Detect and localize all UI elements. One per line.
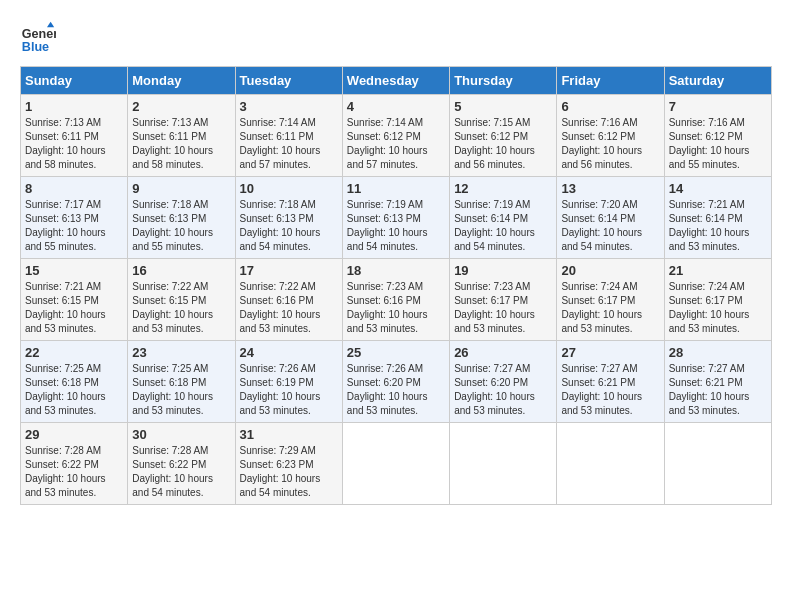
day-info: Sunrise: 7:26 AMSunset: 6:20 PMDaylight:… xyxy=(347,362,445,418)
calendar-cell: 27 Sunrise: 7:27 AMSunset: 6:21 PMDaylig… xyxy=(557,341,664,423)
calendar-cell: 28 Sunrise: 7:27 AMSunset: 6:21 PMDaylig… xyxy=(664,341,771,423)
day-info: Sunrise: 7:18 AMSunset: 6:13 PMDaylight:… xyxy=(240,198,338,254)
day-info: Sunrise: 7:26 AMSunset: 6:19 PMDaylight:… xyxy=(240,362,338,418)
day-number: 18 xyxy=(347,263,445,278)
calendar-cell: 8 Sunrise: 7:17 AMSunset: 6:13 PMDayligh… xyxy=(21,177,128,259)
day-number: 11 xyxy=(347,181,445,196)
day-number: 2 xyxy=(132,99,230,114)
calendar-cell: 9 Sunrise: 7:18 AMSunset: 6:13 PMDayligh… xyxy=(128,177,235,259)
calendar-cell: 26 Sunrise: 7:27 AMSunset: 6:20 PMDaylig… xyxy=(450,341,557,423)
day-info: Sunrise: 7:21 AMSunset: 6:14 PMDaylight:… xyxy=(669,198,767,254)
weekday-header-saturday: Saturday xyxy=(664,67,771,95)
day-number: 27 xyxy=(561,345,659,360)
calendar-cell: 23 Sunrise: 7:25 AMSunset: 6:18 PMDaylig… xyxy=(128,341,235,423)
calendar-cell: 4 Sunrise: 7:14 AMSunset: 6:12 PMDayligh… xyxy=(342,95,449,177)
day-info: Sunrise: 7:25 AMSunset: 6:18 PMDaylight:… xyxy=(132,362,230,418)
day-number: 22 xyxy=(25,345,123,360)
day-number: 12 xyxy=(454,181,552,196)
weekday-header-tuesday: Tuesday xyxy=(235,67,342,95)
day-info: Sunrise: 7:13 AMSunset: 6:11 PMDaylight:… xyxy=(132,116,230,172)
weekday-header-thursday: Thursday xyxy=(450,67,557,95)
calendar-cell: 10 Sunrise: 7:18 AMSunset: 6:13 PMDaylig… xyxy=(235,177,342,259)
day-info: Sunrise: 7:16 AMSunset: 6:12 PMDaylight:… xyxy=(561,116,659,172)
weekday-header-row: SundayMondayTuesdayWednesdayThursdayFrid… xyxy=(21,67,772,95)
calendar-cell: 13 Sunrise: 7:20 AMSunset: 6:14 PMDaylig… xyxy=(557,177,664,259)
day-number: 1 xyxy=(25,99,123,114)
day-number: 13 xyxy=(561,181,659,196)
day-number: 24 xyxy=(240,345,338,360)
calendar-cell xyxy=(557,423,664,505)
calendar-cell: 5 Sunrise: 7:15 AMSunset: 6:12 PMDayligh… xyxy=(450,95,557,177)
calendar-cell: 20 Sunrise: 7:24 AMSunset: 6:17 PMDaylig… xyxy=(557,259,664,341)
day-number: 3 xyxy=(240,99,338,114)
calendar-cell: 19 Sunrise: 7:23 AMSunset: 6:17 PMDaylig… xyxy=(450,259,557,341)
day-number: 8 xyxy=(25,181,123,196)
weekday-header-sunday: Sunday xyxy=(21,67,128,95)
day-number: 15 xyxy=(25,263,123,278)
day-info: Sunrise: 7:20 AMSunset: 6:14 PMDaylight:… xyxy=(561,198,659,254)
day-number: 4 xyxy=(347,99,445,114)
day-info: Sunrise: 7:29 AMSunset: 6:23 PMDaylight:… xyxy=(240,444,338,500)
calendar-cell: 31 Sunrise: 7:29 AMSunset: 6:23 PMDaylig… xyxy=(235,423,342,505)
week-row-4: 29 Sunrise: 7:28 AMSunset: 6:22 PMDaylig… xyxy=(21,423,772,505)
day-number: 31 xyxy=(240,427,338,442)
day-number: 16 xyxy=(132,263,230,278)
calendar-table: SundayMondayTuesdayWednesdayThursdayFrid… xyxy=(20,66,772,505)
day-info: Sunrise: 7:27 AMSunset: 6:21 PMDaylight:… xyxy=(561,362,659,418)
day-number: 28 xyxy=(669,345,767,360)
day-number: 6 xyxy=(561,99,659,114)
day-number: 10 xyxy=(240,181,338,196)
day-info: Sunrise: 7:16 AMSunset: 6:12 PMDaylight:… xyxy=(669,116,767,172)
calendar-cell: 1 Sunrise: 7:13 AMSunset: 6:11 PMDayligh… xyxy=(21,95,128,177)
calendar-cell: 22 Sunrise: 7:25 AMSunset: 6:18 PMDaylig… xyxy=(21,341,128,423)
svg-text:Blue: Blue xyxy=(22,40,49,54)
day-number: 5 xyxy=(454,99,552,114)
day-number: 25 xyxy=(347,345,445,360)
day-number: 9 xyxy=(132,181,230,196)
week-row-2: 15 Sunrise: 7:21 AMSunset: 6:15 PMDaylig… xyxy=(21,259,772,341)
logo-icon: General Blue xyxy=(20,20,56,56)
day-number: 19 xyxy=(454,263,552,278)
day-info: Sunrise: 7:17 AMSunset: 6:13 PMDaylight:… xyxy=(25,198,123,254)
calendar-cell xyxy=(450,423,557,505)
day-number: 17 xyxy=(240,263,338,278)
day-number: 21 xyxy=(669,263,767,278)
week-row-0: 1 Sunrise: 7:13 AMSunset: 6:11 PMDayligh… xyxy=(21,95,772,177)
weekday-header-wednesday: Wednesday xyxy=(342,67,449,95)
calendar-cell: 6 Sunrise: 7:16 AMSunset: 6:12 PMDayligh… xyxy=(557,95,664,177)
calendar-cell xyxy=(664,423,771,505)
day-info: Sunrise: 7:18 AMSunset: 6:13 PMDaylight:… xyxy=(132,198,230,254)
day-number: 20 xyxy=(561,263,659,278)
day-info: Sunrise: 7:13 AMSunset: 6:11 PMDaylight:… xyxy=(25,116,123,172)
day-number: 23 xyxy=(132,345,230,360)
day-info: Sunrise: 7:25 AMSunset: 6:18 PMDaylight:… xyxy=(25,362,123,418)
calendar-cell: 29 Sunrise: 7:28 AMSunset: 6:22 PMDaylig… xyxy=(21,423,128,505)
calendar-cell: 3 Sunrise: 7:14 AMSunset: 6:11 PMDayligh… xyxy=(235,95,342,177)
day-number: 26 xyxy=(454,345,552,360)
day-number: 14 xyxy=(669,181,767,196)
day-info: Sunrise: 7:23 AMSunset: 6:17 PMDaylight:… xyxy=(454,280,552,336)
day-info: Sunrise: 7:14 AMSunset: 6:11 PMDaylight:… xyxy=(240,116,338,172)
day-info: Sunrise: 7:23 AMSunset: 6:16 PMDaylight:… xyxy=(347,280,445,336)
day-number: 30 xyxy=(132,427,230,442)
day-info: Sunrise: 7:19 AMSunset: 6:14 PMDaylight:… xyxy=(454,198,552,254)
calendar-cell: 30 Sunrise: 7:28 AMSunset: 6:22 PMDaylig… xyxy=(128,423,235,505)
header: General Blue xyxy=(20,20,772,56)
day-info: Sunrise: 7:27 AMSunset: 6:20 PMDaylight:… xyxy=(454,362,552,418)
day-info: Sunrise: 7:24 AMSunset: 6:17 PMDaylight:… xyxy=(561,280,659,336)
calendar-cell: 15 Sunrise: 7:21 AMSunset: 6:15 PMDaylig… xyxy=(21,259,128,341)
calendar-cell: 12 Sunrise: 7:19 AMSunset: 6:14 PMDaylig… xyxy=(450,177,557,259)
week-row-3: 22 Sunrise: 7:25 AMSunset: 6:18 PMDaylig… xyxy=(21,341,772,423)
day-info: Sunrise: 7:21 AMSunset: 6:15 PMDaylight:… xyxy=(25,280,123,336)
calendar-cell: 25 Sunrise: 7:26 AMSunset: 6:20 PMDaylig… xyxy=(342,341,449,423)
day-info: Sunrise: 7:28 AMSunset: 6:22 PMDaylight:… xyxy=(25,444,123,500)
calendar-cell: 18 Sunrise: 7:23 AMSunset: 6:16 PMDaylig… xyxy=(342,259,449,341)
weekday-header-friday: Friday xyxy=(557,67,664,95)
week-row-1: 8 Sunrise: 7:17 AMSunset: 6:13 PMDayligh… xyxy=(21,177,772,259)
day-info: Sunrise: 7:14 AMSunset: 6:12 PMDaylight:… xyxy=(347,116,445,172)
day-info: Sunrise: 7:27 AMSunset: 6:21 PMDaylight:… xyxy=(669,362,767,418)
day-info: Sunrise: 7:22 AMSunset: 6:15 PMDaylight:… xyxy=(132,280,230,336)
calendar-cell: 24 Sunrise: 7:26 AMSunset: 6:19 PMDaylig… xyxy=(235,341,342,423)
calendar-cell: 16 Sunrise: 7:22 AMSunset: 6:15 PMDaylig… xyxy=(128,259,235,341)
calendar-cell: 7 Sunrise: 7:16 AMSunset: 6:12 PMDayligh… xyxy=(664,95,771,177)
